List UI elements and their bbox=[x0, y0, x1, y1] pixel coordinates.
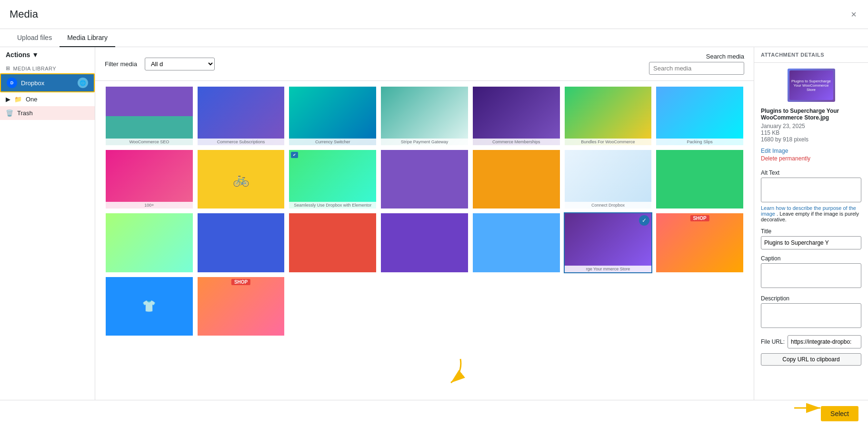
sidebar: Actions ▼ ⊞ Media Library D Dropbox 🌐 ▶ … bbox=[0, 47, 95, 427]
tab-library[interactable]: Media Library bbox=[60, 29, 115, 47]
expand-icon: ▶ bbox=[6, 96, 10, 103]
media-thumb: SHOP bbox=[656, 213, 743, 272]
media-item[interactable] bbox=[288, 212, 377, 273]
media-thumb bbox=[381, 150, 468, 209]
sidebar-item-trash[interactable]: 🗑️ Trash bbox=[0, 106, 95, 120]
trash-label: Trash bbox=[17, 109, 33, 117]
modal-body: Actions ▼ ⊞ Media Library D Dropbox 🌐 ▶ … bbox=[0, 47, 868, 427]
folder-icon: 📁 bbox=[14, 96, 22, 103]
media-thumb bbox=[381, 213, 468, 272]
media-item[interactable]: WooCommerce SEO bbox=[105, 86, 194, 146]
copy-url-button[interactable]: Copy URL to clipboard bbox=[761, 353, 861, 366]
media-thumb: Connect Dropbox bbox=[565, 150, 652, 209]
media-label: Bundles For WooCommerce bbox=[565, 139, 652, 145]
sidebar-item-one[interactable]: ▶ 📁 One bbox=[0, 92, 95, 106]
sidebar-item-dropbox[interactable]: D Dropbox 🌐 bbox=[0, 73, 95, 92]
media-thumb: Commerce Subscriptions bbox=[198, 87, 285, 145]
media-thumb: Bundles For WooCommerce bbox=[565, 87, 652, 145]
media-item[interactable] bbox=[380, 149, 469, 209]
filter-media-label: Filter media bbox=[105, 60, 137, 68]
media-thumb: Commerce Memberships bbox=[473, 87, 560, 145]
media-thumb: SHOP bbox=[198, 277, 285, 336]
media-thumb bbox=[289, 213, 376, 272]
arrow-annotation bbox=[437, 354, 465, 389]
search-input[interactable] bbox=[649, 62, 744, 75]
media-item[interactable]: Commerce Memberships bbox=[472, 86, 561, 146]
trash-icon: 🗑️ bbox=[6, 109, 13, 117]
media-modal: Media × Upload files Media Library Actio… bbox=[0, 0, 868, 427]
media-library-icon: ⊞ bbox=[6, 65, 10, 71]
alt-text-help-suffix: . Leave empty if the image is purely dec… bbox=[761, 211, 859, 222]
actions-arrow-icon: ▼ bbox=[32, 51, 39, 59]
attachment-date: January 23, 2025 bbox=[761, 123, 861, 129]
media-thumb bbox=[106, 213, 193, 272]
media-thumb: 100+ bbox=[106, 150, 193, 209]
modal-header: Media × bbox=[0, 0, 868, 29]
media-item[interactable]: 🚲 bbox=[197, 149, 286, 209]
media-label: Seamlessly Use Dropbox with Elementor bbox=[289, 202, 376, 209]
media-label: Connect Dropbox bbox=[565, 202, 652, 209]
title-field: Title bbox=[754, 225, 868, 252]
media-label: 100+ bbox=[106, 202, 193, 209]
media-thumb: ✔ Seamlessly Use Dropbox with Elementor bbox=[289, 150, 376, 209]
tabs-bar: Upload files Media Library bbox=[0, 29, 868, 47]
dropbox-label: Dropbox bbox=[21, 79, 44, 87]
one-label: One bbox=[26, 96, 38, 103]
media-item[interactable]: SHOP bbox=[655, 212, 744, 273]
media-thumb bbox=[656, 150, 743, 209]
caption-input[interactable] bbox=[761, 263, 861, 288]
sidebar-media-library-label: ⊞ Media Library bbox=[0, 62, 95, 73]
tab-upload[interactable]: Upload files bbox=[10, 29, 60, 47]
media-item[interactable] bbox=[472, 149, 561, 209]
media-thumb bbox=[473, 213, 560, 272]
actions-label: Actions bbox=[6, 51, 30, 59]
description-input[interactable] bbox=[761, 303, 861, 328]
media-item[interactable]: Packing Slips bbox=[655, 86, 744, 146]
delete-permanently-link[interactable]: Delete permanently bbox=[761, 155, 861, 162]
modal-title: Media bbox=[10, 8, 38, 20]
media-thumb: Packing Slips bbox=[656, 87, 743, 145]
media-thumb: Stripe Payment Gateway bbox=[381, 87, 468, 145]
caption-field: Caption bbox=[754, 252, 868, 292]
media-item[interactable]: Stripe Payment Gateway bbox=[380, 86, 469, 146]
close-button[interactable]: × bbox=[849, 8, 858, 21]
title-input[interactable] bbox=[761, 236, 861, 249]
media-item[interactable]: 100+ bbox=[105, 149, 194, 209]
file-url-row: File URL: Copy URL to clipboard bbox=[754, 332, 868, 368]
media-label: Commerce Memberships bbox=[473, 139, 560, 145]
media-item[interactable] bbox=[380, 212, 469, 273]
media-item[interactable] bbox=[472, 212, 561, 273]
file-url-input[interactable] bbox=[788, 335, 861, 348]
media-item[interactable] bbox=[197, 212, 286, 273]
media-item[interactable]: Bundles For WooCommerce bbox=[564, 86, 653, 146]
media-item[interactable]: Commerce Subscriptions bbox=[197, 86, 286, 146]
media-item[interactable] bbox=[655, 149, 744, 209]
toolbar: Filter media All d January 2025 December… bbox=[95, 47, 754, 81]
attachment-meta: Plugins to Supercharge Your WooCommerce … bbox=[754, 108, 868, 148]
attachment-thumb-image: Plugins to Supercharge Your WooCommerce … bbox=[788, 69, 835, 102]
alt-text-label: Alt Text bbox=[761, 169, 861, 176]
sidebar-actions[interactable]: Actions ▼ bbox=[0, 47, 95, 62]
media-item[interactable]: SHOP bbox=[197, 276, 286, 337]
media-thumb: 👕 bbox=[106, 277, 193, 336]
media-thumb bbox=[473, 150, 560, 209]
alt-text-input[interactable] bbox=[761, 178, 861, 202]
media-item[interactable]: 👕 bbox=[105, 276, 194, 337]
media-grid-wrapper: WooCommerce SEO Commerce Subscriptions bbox=[95, 81, 754, 427]
media-item-selected[interactable]: rge Your mmerce Store ✓ bbox=[564, 212, 653, 273]
media-label: Stripe Payment Gateway bbox=[381, 139, 468, 145]
media-label: Currency Switcher bbox=[289, 139, 376, 145]
attachment-details-header: ATTACHMENT DETAILS bbox=[754, 47, 868, 63]
filter-media-select[interactable]: All d January 2025 December 2024 bbox=[145, 58, 215, 70]
media-item[interactable]: ✔ Seamlessly Use Dropbox with Elementor bbox=[288, 149, 377, 209]
media-item[interactable]: Currency Switcher bbox=[288, 86, 377, 146]
file-url-label: File URL: bbox=[761, 338, 785, 345]
dropbox-avatar-icon: D bbox=[7, 78, 17, 88]
edit-image-link[interactable]: Edit Image bbox=[761, 148, 861, 154]
media-item[interactable] bbox=[105, 212, 194, 273]
search-label: Search media bbox=[706, 53, 744, 60]
main-content: Filter media All d January 2025 December… bbox=[95, 47, 754, 427]
title-label: Title bbox=[761, 228, 861, 235]
media-item[interactable]: Connect Dropbox bbox=[564, 149, 653, 209]
media-thumb: WooCommerce SEO bbox=[106, 87, 193, 145]
